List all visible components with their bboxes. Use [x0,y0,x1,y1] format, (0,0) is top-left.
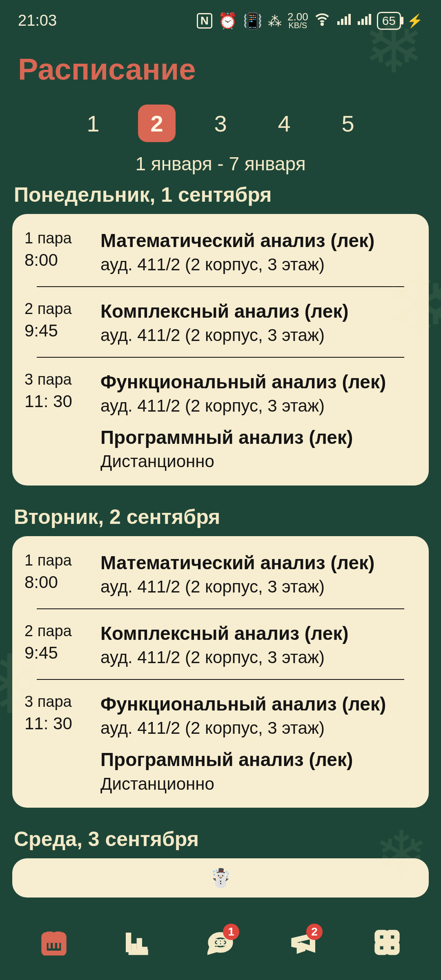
lesson-row[interactable]: 3 пара 11: 30 Функциональный анализ (лек… [12,358,429,483]
lesson-body: Математический анализ (лек) ауд. 411/2 (… [100,228,416,276]
day-header-tue: Вторник, 2 сентября [0,499,441,536]
nav-apps[interactable] [371,926,403,959]
lesson-row[interactable]: 1 пара 8:00 Математический анализ (лек) … [12,216,429,286]
day-card-mon: 1 пара 8:00 Математический анализ (лек) … [12,214,429,486]
lesson-time-col: 3 пара 11: 30 [24,369,93,474]
svg-rect-8 [369,14,371,25]
network-speed: 2.00 KB/S [287,12,308,29]
status-bar: 21:03 N ⏰ 📳 ⁂ 2.00 KB/S 65 ⚡ [0,0,441,36]
wifi-icon [314,11,330,31]
page-title: Расписание [0,36,441,91]
chat-badge: 1 [223,924,239,940]
lesson-row[interactable]: 2 пара 9:45 Комплексный анализ (лек) ауд… [12,287,429,357]
svg-rect-6 [361,19,364,25]
nfc-icon: N [197,13,212,29]
svg-rect-27 [388,944,397,952]
bar-chart-icon [124,929,150,956]
week-tab-1[interactable]: 1 [74,105,112,142]
lesson-time-col: 2 пара 9:45 [24,621,93,669]
calendar-icon [41,929,67,956]
lesson-body: Функциональный анализ (лек) ауд. 411/2 (… [100,691,416,796]
lesson-body: Комплексный анализ (лек) ауд. 411/2 (2 к… [100,298,416,347]
nav-announce[interactable]: 2 [287,926,320,959]
vibrate-icon: 📳 [243,12,262,30]
charging-icon: ⚡ [407,13,423,29]
svg-rect-4 [348,14,351,25]
week-tabs: 1 2 3 4 5 [0,91,441,145]
svg-rect-7 [365,16,368,25]
bluetooth-icon: ⁂ [268,13,282,29]
nav-chat[interactable]: 1 [204,926,237,959]
lesson-time-col: 2 пара 9:45 [24,298,93,347]
announce-badge: 2 [306,924,323,940]
day-header-mon: Понедельник, 1 сентября [0,177,441,214]
status-right: N ⏰ 📳 ⁂ 2.00 KB/S 65 ⚡ [197,11,423,31]
svg-point-0 [321,23,323,25]
nav-stats[interactable] [121,926,154,959]
bottom-nav: 1 2 [0,915,441,980]
svg-rect-1 [337,21,340,25]
grid-icon [374,929,400,956]
svg-rect-25 [388,933,397,941]
svg-rect-3 [345,16,347,25]
snowman-icon: ☃️ [209,868,232,888]
week-tab-5[interactable]: 5 [329,105,367,142]
lesson-time-col: 3 пара 11: 30 [24,691,93,796]
lesson-time-col: 1 пара 8:00 [24,550,93,599]
signal-icon-2 [356,11,371,30]
alarm-icon: ⏰ [218,12,237,30]
lesson-time-col: 1 пара 8:00 [24,228,93,276]
lesson-row[interactable]: 3 пара 11: 30 Функциональный анализ (лек… [12,680,429,806]
status-time: 21:03 [18,12,57,29]
day-header-wed: Среда, 3 сентября [0,822,441,858]
lesson-row[interactable]: 1 пара 8:00 Математический анализ (лек) … [12,539,429,608]
lesson-row[interactable]: 2 пара 9:45 Комплексный анализ (лек) ауд… [12,609,429,679]
week-tab-4[interactable]: 4 [265,105,303,142]
lesson-body: Функциональный анализ (лек) ауд. 411/2 (… [100,369,416,474]
week-tab-2[interactable]: 2 [138,105,176,142]
signal-icon-1 [336,11,351,30]
day-card-tue: 1 пара 8:00 Математический анализ (лек) … [12,536,429,808]
svg-rect-2 [341,19,343,25]
day-card-wed-empty[interactable]: ☃️ [12,858,429,898]
lesson-body: Комплексный анализ (лек) ауд. 411/2 (2 к… [100,621,416,669]
date-range: 1 января - 7 января [0,145,441,177]
week-tab-3[interactable]: 3 [202,105,239,142]
battery-indicator: 65 [377,12,401,30]
svg-rect-24 [377,933,386,941]
nav-schedule[interactable] [38,926,70,959]
lesson-body: Математический анализ (лек) ауд. 411/2 (… [100,550,416,599]
svg-point-23 [223,942,225,943]
svg-rect-26 [377,944,386,952]
svg-rect-5 [358,21,360,25]
